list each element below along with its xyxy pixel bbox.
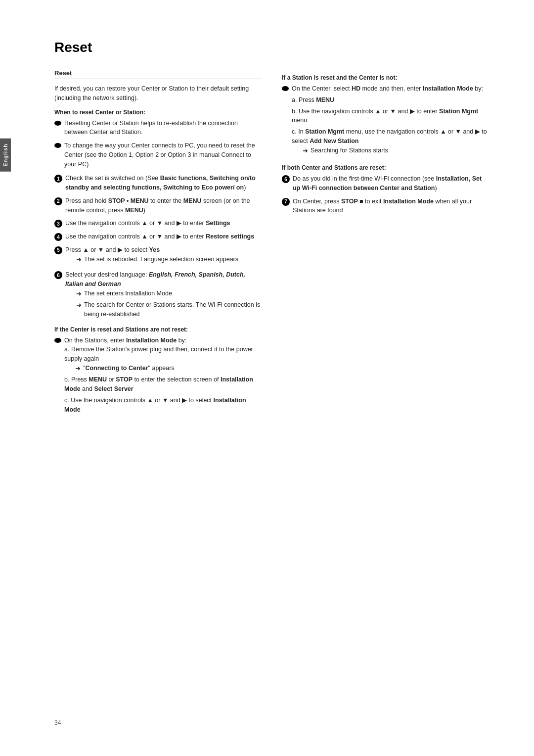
bullet-icon: [54, 143, 61, 148]
numbered-steps-list: 1 Check the set is switched on (See Basi…: [54, 174, 262, 321]
section-title-reset: Reset: [54, 69, 262, 79]
bullet-icon: [54, 121, 61, 126]
sidebar-tab: English: [0, 139, 11, 172]
page-title: Reset: [54, 40, 490, 55]
arrow-item: ➜ The set is rebooted. Language selectio…: [76, 255, 238, 265]
list-item: 1 Check the set is switched on (See Basi…: [54, 174, 262, 192]
intro-text: If desired, you can restore your Center …: [54, 84, 262, 103]
arrow-item: ➜ Searching for Stations starts: [303, 146, 490, 156]
step-num-3: 3: [54, 220, 62, 228]
bullet-icon: [282, 86, 289, 91]
list-item: 3 Use the navigation controls ▲ or ▼ and…: [54, 219, 262, 228]
step-num-4: 4: [54, 233, 62, 241]
list-item: On the Center, select HD mode and then, …: [282, 84, 490, 157]
list-item: 7 On Center, press STOP ■ to exit Instal…: [282, 197, 490, 216]
if-center-reset-title: If the Center is reset and Stations are …: [54, 326, 262, 333]
left-column: Reset If desired, you can restore your C…: [54, 69, 262, 419]
if-center-reset-list: On the Stations, enter Installation Mode…: [54, 336, 262, 415]
step-num-2: 2: [54, 197, 62, 205]
list-item: 5 Press ▲ or ▼ and ▶ to select Yes ➜ The…: [54, 245, 262, 266]
list-item: On the Stations, enter Installation Mode…: [54, 336, 262, 415]
arrow-item: ➜ The search for Center or Stations star…: [76, 300, 262, 319]
list-item: 6 Do as you did in the first-time Wi-Fi …: [282, 174, 490, 193]
page-number: 34: [54, 719, 61, 726]
list-item: 4 Use the navigation controls ▲ or ▼ and…: [54, 232, 262, 241]
arrow-item: ➜ The set enters Installation Mode: [76, 289, 262, 299]
if-both-reset-list: 6 Do as you did in the first-time Wi-Fi …: [282, 174, 490, 215]
arrow-item: ➜ "Connecting to Center" appears: [75, 364, 262, 374]
list-item: Resetting Center or Station helps to re-…: [54, 119, 262, 138]
step-num-6b: 6: [282, 175, 290, 183]
if-both-reset-title: If both Center and Stations are reset:: [282, 164, 490, 171]
step-num-5: 5: [54, 246, 62, 254]
bullet-list-basic: Resetting Center or Station helps to re-…: [54, 119, 262, 169]
list-item: 2 Press and hold STOP • MENU to enter th…: [54, 196, 262, 215]
if-station-reset-list: On the Center, select HD mode and then, …: [282, 84, 490, 157]
step-num-7: 7: [282, 198, 290, 206]
bullet-icon: [54, 338, 61, 343]
two-col-layout: Reset If desired, you can restore your C…: [54, 69, 490, 419]
if-station-reset-title: If a Station is reset and the Center is …: [282, 74, 490, 81]
right-column: If a Station is reset and the Center is …: [282, 69, 490, 419]
list-item: 6 Select your desired language: English,…: [54, 270, 262, 321]
when-to-reset-title: When to reset Center or Station:: [54, 109, 262, 116]
page: English Reset Reset If desired, you can …: [0, 0, 534, 756]
list-item: To change the way your Center connects t…: [54, 141, 262, 169]
step-num-6: 6: [54, 271, 62, 279]
step-num-1: 1: [54, 175, 62, 183]
